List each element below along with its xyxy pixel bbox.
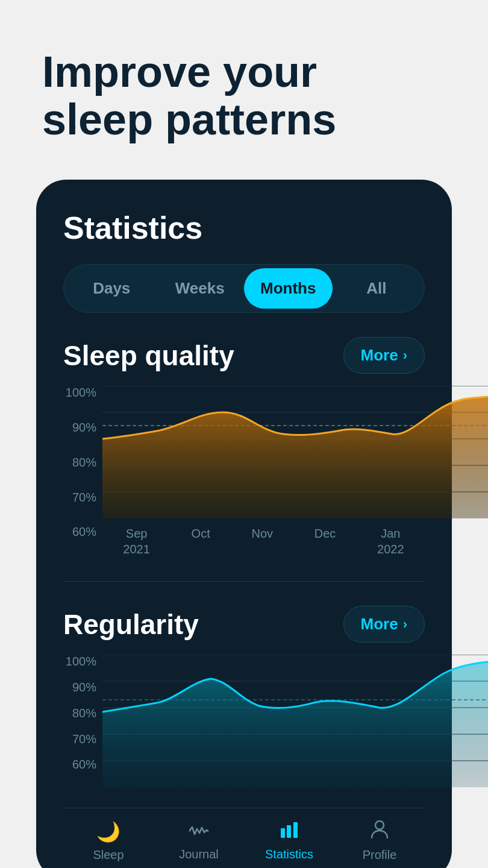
nav-statistics-label: Statistics [265, 848, 313, 861]
r-y-label-60: 60% [63, 758, 96, 772]
sleep-quality-more-label: More [361, 346, 398, 365]
svg-rect-13 [287, 825, 291, 838]
nav-journal[interactable]: Journal [154, 820, 244, 862]
x-label-jan: Jan2022 [377, 526, 404, 557]
hero-title: Improve your sleep patterns [42, 48, 446, 143]
hero-section: Improve your sleep patterns [0, 0, 488, 168]
nav-statistics[interactable]: Statistics [244, 820, 334, 862]
tab-weeks[interactable]: Weeks [156, 268, 245, 309]
y-label-80: 80% [63, 456, 96, 470]
sleep-quality-more-button[interactable]: More › [343, 337, 425, 374]
nav-sleep-label: Sleep [93, 848, 124, 862]
regularity-header: Regularity More › [63, 606, 425, 643]
regularity-svg [102, 655, 488, 787]
sleep-quality-svg [102, 386, 488, 518]
sleep-quality-chart: 100% 90% 80% 70% 60% [63, 386, 425, 557]
chevron-right-icon-2: › [403, 617, 407, 632]
sleep-quality-title: Sleep quality [63, 339, 234, 372]
y-label-100: 100% [63, 386, 96, 400]
x-label-oct: Oct [192, 526, 210, 557]
sleep-quality-header: Sleep quality More › [63, 337, 425, 374]
regularity-svg-wrapper [102, 655, 425, 790]
x-label-sep: Sep2021 [123, 526, 150, 557]
svg-rect-14 [293, 822, 298, 838]
r-y-label-90: 90% [63, 681, 96, 694]
sleep-quality-svg-wrapper [102, 386, 425, 521]
nav-sleep[interactable]: 🌙 Sleep [63, 820, 154, 862]
divider [63, 581, 425, 582]
svg-point-15 [375, 821, 384, 829]
sleep-quality-x-axis: Sep2021 Oct Nov Dec Jan2022 [102, 521, 425, 557]
r-y-label-80: 80% [63, 706, 96, 720]
regularity-title: Regularity [63, 608, 199, 641]
tab-bar: Days Weeks Months All [63, 264, 425, 313]
nav-profile[interactable]: Profile [334, 820, 425, 862]
tab-months[interactable]: Months [244, 268, 333, 309]
bottom-nav: 🌙 Sleep Journal Statistics [63, 808, 425, 868]
tab-days[interactable]: Days [67, 268, 156, 309]
regularity-more-button[interactable]: More › [343, 606, 425, 643]
page-title: Statistics [63, 210, 425, 246]
wave-icon [189, 820, 208, 843]
y-label-60: 60% [63, 525, 96, 539]
person-icon [371, 820, 388, 843]
bar-chart-icon [280, 820, 299, 843]
regularity-more-label: More [361, 615, 398, 634]
regularity-chart: 100% 90% 80% 70% 60% [63, 655, 425, 790]
chevron-right-icon: › [403, 348, 407, 363]
moon-icon: 🌙 [96, 820, 120, 843]
nav-profile-label: Profile [363, 848, 397, 862]
tab-all[interactable]: All [333, 268, 421, 309]
svg-rect-12 [281, 828, 285, 838]
regularity-y-axis: 100% 90% 80% 70% 60% [63, 655, 96, 772]
x-label-dec: Dec [314, 526, 336, 557]
nav-journal-label: Journal [179, 848, 219, 861]
r-y-label-100: 100% [63, 655, 96, 668]
y-label-70: 70% [63, 491, 96, 505]
sleep-quality-y-axis: 100% 90% 80% 70% 60% [63, 386, 96, 539]
phone-container: Statistics Days Weeks Months All Sleep q… [36, 180, 452, 868]
y-label-90: 90% [63, 421, 96, 435]
x-label-nov: Nov [251, 526, 273, 557]
r-y-label-70: 70% [63, 732, 96, 746]
